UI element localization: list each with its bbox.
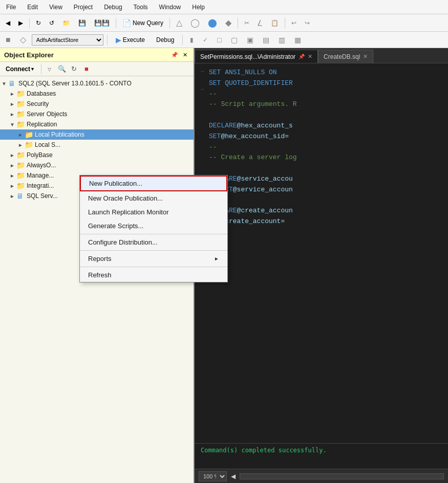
tab1-close[interactable]: ✕ (308, 53, 312, 60)
tree-replication[interactable]: ▼ 📁 Replication (0, 119, 194, 129)
code-declare: DECLARE (209, 121, 237, 131)
databases-label: Databases (26, 90, 56, 97)
oe-close-button[interactable]: ✕ (180, 50, 189, 59)
redo-button[interactable]: ↺ (46, 16, 58, 30)
ctx-generate-scripts[interactable]: Generate Scripts... (80, 219, 227, 233)
context-menu: New Publication... New Oracle Publicatio… (79, 175, 228, 282)
tab-create-db[interactable]: CreateDB.sql ✕ (318, 50, 373, 63)
toolbar2-misc5[interactable]: ▥ (275, 33, 289, 47)
toolbar2-misc3[interactable]: ▣ (243, 33, 257, 47)
tab1-label: SetPermissions.sql...\Administrator (200, 53, 295, 60)
tree-polybase[interactable]: ► 📁 PolyBase (0, 150, 194, 160)
cut-button[interactable]: ✂ (241, 16, 253, 30)
tree-local-sub[interactable]: ► 📁 Local S... (0, 140, 194, 150)
integration-icon: 📁 (16, 182, 26, 190)
menu-project[interactable]: Project (71, 3, 96, 12)
toolbar2-misc6[interactable]: ▦ (291, 33, 305, 47)
ctx-separator (80, 234, 227, 234)
scroll-left-icon[interactable]: ◀ (231, 473, 236, 480)
undo-button[interactable]: ↻ (32, 16, 45, 30)
scroll-bar[interactable] (240, 473, 444, 479)
oe-filter-button[interactable]: ▿ (44, 63, 55, 75)
save-all-button[interactable]: 💾💾 (91, 16, 113, 30)
code-keyword: SET QUOTED_IDENTIFIER (209, 78, 293, 89)
integration-expander: ► (8, 183, 16, 189)
tree-databases[interactable]: ► 📁 Databases (0, 89, 194, 99)
back-button[interactable]: ◀ (2, 16, 14, 30)
tree-security[interactable]: ► 📁 Security (0, 99, 194, 109)
toolbar2-misc4[interactable]: ▤ (259, 33, 273, 47)
ctx-launch-replication-monitor[interactable]: Launch Replication Monitor (80, 205, 227, 219)
tree-alwayson[interactable]: ► 📁 AlwaysO... (0, 160, 194, 170)
toolbar2-misc2[interactable]: ▢ (227, 33, 241, 47)
alwayson-label: AlwaysO... (26, 162, 56, 169)
tb-btn-1[interactable]: △ (173, 16, 186, 30)
paste-button[interactable]: 📋 (267, 16, 282, 30)
toolbar2-btn2[interactable]: ◇ (16, 33, 30, 47)
code-comment: -- Script arguments. R (209, 99, 297, 110)
open-button[interactable]: 📁 (59, 16, 74, 30)
oe-pin-button[interactable]: 📌 (170, 50, 179, 59)
tab-set-permissions[interactable]: SetPermissions.sql...\Administrator 📌 ✕ (195, 50, 318, 63)
databases-folder-icon: 📁 (16, 90, 26, 98)
menu-file[interactable]: File (3, 3, 19, 12)
copy-button[interactable]: ⎳ (254, 16, 266, 30)
menu-help[interactable]: Help (189, 3, 208, 12)
tab2-close[interactable]: ✕ (363, 53, 368, 60)
oe-toolbar: Connect ▼ ▿ 🔍 ↻ ■ (0, 62, 194, 76)
ctx-reports-label: Reports (88, 255, 112, 262)
databases-expander: ► (8, 91, 16, 97)
save-button[interactable]: 💾 (75, 16, 90, 30)
collapse-marker-2[interactable]: − (201, 85, 209, 95)
oe-header: Object Explorer 📌 ✕ (0, 48, 194, 62)
code-line-7: SET @hex_account_sid = (209, 131, 442, 142)
zoom-selector[interactable]: 100 % (199, 471, 227, 481)
replication-icon: 📁 (16, 120, 26, 128)
sep6 (107, 35, 108, 45)
oe-search-button[interactable]: 🔍 (56, 63, 68, 75)
code-line-2: SET QUOTED_IDENTIFIER (209, 78, 442, 89)
menu-debug[interactable]: Debug (101, 3, 125, 12)
code-var: @hex_account_s (237, 121, 293, 131)
tree-local-publications[interactable]: ► 📁 Local Publications (0, 129, 194, 140)
menu-window[interactable]: Window (156, 3, 184, 12)
code-editor[interactable]: − − SET ANSI_NULLS ON SET QUOTED_IDENTIF… (195, 63, 448, 443)
oe-refresh-button[interactable]: ↻ (69, 63, 80, 75)
security-label: Security (26, 100, 49, 107)
execute-label: Execute (123, 36, 145, 43)
ctx-new-publication[interactable]: New Publication... (80, 175, 227, 191)
debug-button[interactable]: Debug (152, 35, 179, 45)
ctx-generate-scripts-label: Generate Scripts... (88, 222, 143, 230)
menu-tools[interactable]: Tools (131, 3, 151, 12)
code-line-10 (209, 163, 442, 174)
polybase-expander: ► (8, 152, 16, 158)
code-eq: = (285, 131, 289, 142)
new-query-button[interactable]: 📄 New Query (119, 16, 167, 30)
undo2-button[interactable]: ↩ (288, 16, 300, 30)
menu-edit[interactable]: Edit (24, 3, 41, 12)
ctx-reports[interactable]: Reports ► (80, 252, 227, 266)
collapse-marker-1[interactable]: − (201, 68, 209, 77)
database-selector[interactable]: AdfsArtifactStore (32, 34, 103, 46)
toolbar2-misc1[interactable]: □ (214, 33, 225, 47)
tb-btn-2[interactable]: ◯ (187, 16, 203, 30)
tree-server-objects[interactable]: ► 📁 Server Objects (0, 109, 194, 119)
menu-view[interactable]: View (46, 3, 66, 12)
tb-btn-4[interactable]: ◆ (222, 16, 235, 30)
execute-button[interactable]: ▶ Execute (111, 34, 150, 46)
check-button[interactable]: ✓ (199, 33, 211, 47)
tree-server[interactable]: ▼ 🖥 SQL2 (SQL Server 13.0.1601.5 - CONTO (0, 78, 194, 89)
code-line-14: DECLARE @create_accoun (209, 206, 442, 216)
polybase-icon: 📁 (16, 151, 26, 159)
toolbar2-btn1[interactable]: ■ (2, 33, 14, 47)
redo2-button[interactable]: ↪ (301, 16, 313, 30)
forward-button[interactable]: ▶ (15, 16, 27, 30)
ctx-refresh[interactable]: Refresh (80, 268, 227, 282)
tb-btn-3[interactable]: ⬤ (204, 16, 221, 30)
ctx-configure-distribution[interactable]: Configure Distribution... (80, 235, 227, 249)
security-folder-icon: 📁 (16, 100, 26, 108)
stop-button[interactable]: ▮ (186, 33, 197, 47)
oe-stop-button[interactable]: ■ (81, 63, 92, 75)
oe-connect-button[interactable]: Connect ▼ (2, 63, 38, 75)
ctx-new-oracle-publication[interactable]: New Oracle Publication... (80, 191, 227, 205)
